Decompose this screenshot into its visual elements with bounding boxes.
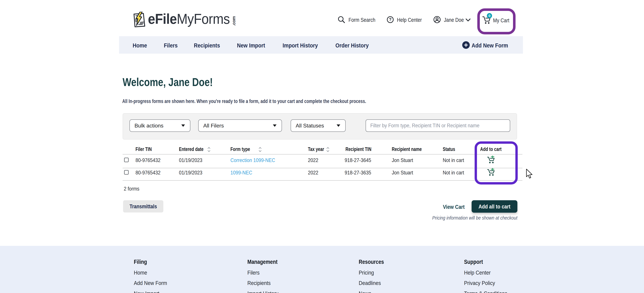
svg-text:?: ? bbox=[389, 17, 392, 22]
